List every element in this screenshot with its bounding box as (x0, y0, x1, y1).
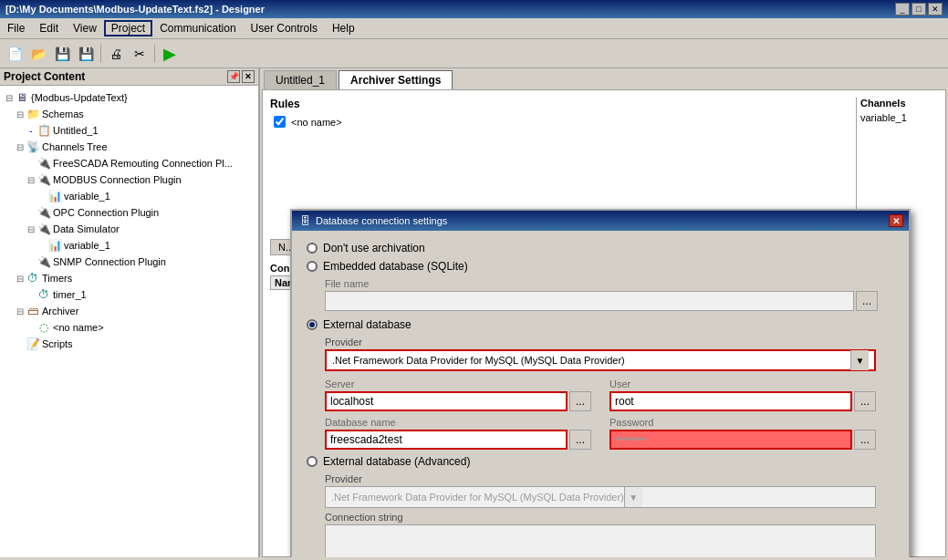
radio-no-arch[interactable]: Don't use archivation (307, 242, 894, 254)
dialog-content: Don't use archivation Embedded database … (292, 231, 909, 557)
menu-view[interactable]: View (66, 20, 104, 36)
tree-container: ⊟ 🖥 {Modbus-UpdateText} ⊟ 📁 Schemas - 📋 … (0, 86, 258, 557)
expand-datasim[interactable]: ⊟ (26, 224, 36, 234)
radio-external-adv-label: External database (Advanced) (323, 455, 470, 468)
tree-item-snmp[interactable]: 🔌 SNMP Connection Plugin (26, 254, 255, 270)
server-user-row: Server ... User ... (325, 379, 876, 411)
tree-item-scripts[interactable]: 📝 Scripts (15, 336, 255, 352)
expand-untitled1[interactable]: - (26, 126, 36, 136)
main-layout: Project Content 📌 ✕ ⊟ 🖥 {Modbus-UpdateTe… (0, 68, 948, 557)
user-input[interactable] (609, 391, 852, 411)
toolbar-new[interactable]: 📄 (4, 43, 26, 65)
toolbar-print[interactable]: 🖨 (105, 43, 127, 65)
icon-datasim: 🔌 (36, 222, 51, 236)
conn-string-section: Connection string (307, 512, 894, 557)
tree-item-schemas[interactable]: ⊟ 📁 Schemas (15, 106, 255, 122)
provider-dropdown-arrow[interactable]: ▼ (850, 350, 869, 370)
expand-modbus[interactable]: ⊟ (26, 175, 36, 185)
tree-item-opc[interactable]: 🔌 OPC Connection Plugin (26, 204, 255, 221)
db-name-input[interactable] (325, 430, 568, 450)
toolbar-open[interactable]: 📂 (27, 43, 49, 65)
label-archiver: Archiver (42, 306, 78, 316)
radio-external-input[interactable] (307, 319, 318, 330)
tree-item-channels[interactable]: ⊟ 📡 Channels Tree (15, 139, 255, 155)
tree-item-archiver[interactable]: ⊟ 🗃 Archiver (15, 303, 255, 319)
toolbar-run[interactable]: ▶ (159, 43, 181, 65)
server-input-row: ... (325, 391, 591, 411)
menu-project[interactable]: Project (104, 20, 152, 36)
panel-close-button[interactable]: ✕ (242, 70, 255, 83)
tree-item-variable1[interactable]: 📊 variable_1 (36, 188, 255, 204)
tree-item-freescada[interactable]: 🔌 FreeSCADA Remouting Connection Pl... (26, 155, 255, 171)
tree-item-timers[interactable]: ⊟ ⏱ Timers (15, 270, 255, 286)
radio-external-adv[interactable]: External database (Advanced) (307, 455, 894, 468)
adv-provider-section: Provider .Net Framework Data Provider fo… (307, 473, 894, 508)
panel-title: Project Content (4, 70, 85, 83)
server-input[interactable] (325, 391, 568, 411)
tree-item-datasim[interactable]: ⊟ 🔌 Data Simulator (26, 221, 255, 237)
toolbar-separator-2 (154, 45, 155, 63)
server-browse-button[interactable]: ... (569, 391, 591, 411)
expand-channels[interactable]: ⊟ (15, 142, 26, 152)
adv-provider-value: .Net Framework Data Provider for MySQL (… (331, 492, 624, 503)
menu-help[interactable]: Help (325, 20, 362, 36)
maximize-button[interactable]: □ (912, 3, 926, 16)
dialog-title-bar: 🗄 Database connection settings ✕ (292, 211, 909, 231)
tree-item-noname[interactable]: ◌ <no name> (26, 319, 255, 336)
expand-root[interactable]: ⊟ (4, 93, 15, 103)
dialog-close-button[interactable]: ✕ (889, 214, 903, 227)
radio-embedded-label: Embedded database (SQLite) (323, 260, 468, 273)
toolbar-save2[interactable]: 💾 (75, 43, 97, 65)
provider-dropdown[interactable]: .Net Framework Data Provider for MySQL (… (325, 349, 876, 371)
close-button[interactable]: ✕ (928, 3, 943, 16)
conn-string-label: Connection string (325, 512, 894, 523)
tree-item-modbus[interactable]: ⊟ 🔌 MODBUS Connection Plugin (26, 171, 255, 188)
toolbar: 📄 📂 💾 💾 🖨 ✂ ▶ (0, 39, 948, 68)
label-freescada: FreeSCADA Remouting Connection Pl... (53, 158, 233, 169)
minimize-button[interactable]: _ (895, 3, 910, 16)
menu-communication[interactable]: Communication (152, 20, 243, 36)
radio-no-arch-input[interactable] (307, 243, 318, 254)
password-input[interactable] (609, 430, 852, 450)
dbname-input-row: ... (325, 430, 591, 450)
user-input-row: ... (609, 391, 876, 411)
toolbar-cut[interactable]: ✂ (129, 43, 151, 65)
tree-item-root[interactable]: ⊟ 🖥 {Modbus-UpdateText} (4, 89, 255, 106)
icon-modbus: 🔌 (36, 172, 51, 187)
icon-variable1b: 📊 (47, 238, 62, 253)
file-browse-button[interactable]: ... (856, 291, 878, 311)
expand-archiver[interactable]: ⊟ (15, 306, 26, 316)
tree-item-untitled1[interactable]: - 📋 Untitled_1 (26, 122, 255, 139)
provider-label: Provider (325, 337, 894, 347)
expand-schemas[interactable]: ⊟ (15, 109, 26, 119)
user-col: User ... (609, 379, 876, 411)
radio-external-adv-input[interactable] (307, 456, 318, 467)
menu-file[interactable]: File (0, 20, 32, 36)
tree-item-variable1b[interactable]: 📊 variable_1 (36, 237, 255, 254)
rule-checkbox[interactable] (274, 116, 286, 128)
password-browse-button[interactable]: ... (854, 430, 876, 450)
radio-embedded-input[interactable] (307, 261, 318, 272)
dbname-col: Database name ... (325, 417, 591, 450)
server-label: Server (325, 379, 591, 389)
rule-item[interactable]: <no name> (270, 114, 849, 130)
radio-embedded[interactable]: Embedded database (SQLite) (307, 260, 894, 273)
dbname-password-row: Database name ... Password ... (325, 417, 876, 450)
tree-item-timer1[interactable]: ⏱ timer_1 (26, 286, 255, 303)
tab-archiver-settings[interactable]: Archiver Settings (339, 70, 453, 89)
radio-external[interactable]: External database (307, 318, 894, 331)
radio-no-arch-label: Don't use archivation (323, 242, 425, 254)
panel-pin-button[interactable]: 📌 (227, 70, 240, 83)
dbname-browse-button[interactable]: ... (569, 430, 591, 450)
label-timer1: timer_1 (53, 289, 87, 300)
menu-edit[interactable]: Edit (32, 20, 66, 36)
menu-user-controls[interactable]: User Controls (244, 20, 325, 36)
label-snmp: SNMP Connection Plugin (53, 256, 166, 267)
toolbar-save[interactable]: 💾 (51, 43, 73, 65)
tab-untitled1[interactable]: Untitled_1 (264, 70, 337, 89)
file-name-input[interactable] (325, 291, 854, 311)
channel-variable1[interactable]: variable_1 (860, 112, 938, 123)
user-browse-button[interactable]: ... (854, 391, 876, 411)
dialog-title-content: 🗄 Database connection settings (297, 213, 447, 228)
expand-timers[interactable]: ⊟ (15, 274, 26, 284)
